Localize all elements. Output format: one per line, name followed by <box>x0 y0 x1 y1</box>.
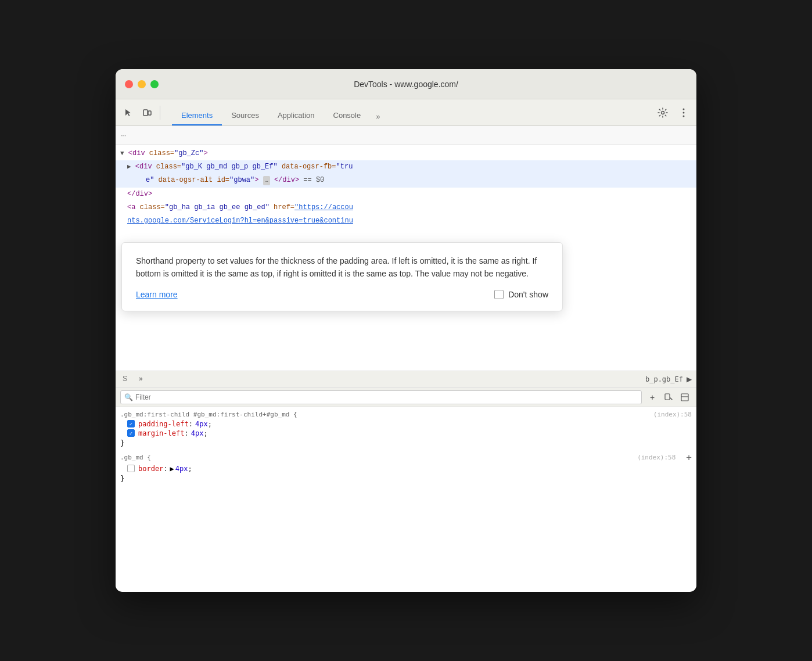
styles-filter-row: 🔍 + <box>116 388 696 407</box>
tab-application[interactable]: Application <box>268 106 324 125</box>
css-line-num-2: (index):58 <box>637 454 677 461</box>
tab-bar: Elements Sources Application Console » <box>116 99 696 126</box>
styles-breadcrumb[interactable]: b_p.gb_Ef <box>645 375 683 383</box>
devtools-window: DevTools - www.google.com/ Elements <box>116 69 696 592</box>
tabs-container: Elements Sources Application Console » <box>172 106 655 125</box>
styles-tabs-row: S » b_p.gb_Ef ▶ <box>116 371 696 388</box>
svg-point-5 <box>683 116 685 117</box>
tab-elements[interactable]: Elements <box>172 106 222 125</box>
device-icon[interactable] <box>139 105 155 121</box>
styles-tab-styles[interactable]: S <box>116 371 134 387</box>
html-line-3[interactable]: e" data-ogsr-alt id="gbwa"> … </div> == … <box>116 174 696 187</box>
learn-more-link[interactable]: Learn more <box>136 290 178 299</box>
main-content: ··· ▼ <div class="gb_Zc"> ▶ <div class="… <box>116 126 696 592</box>
close-button[interactable] <box>125 80 133 88</box>
tab-more-button[interactable]: » <box>370 107 386 125</box>
border-checkbox[interactable] <box>127 465 135 472</box>
ellipsis-content[interactable]: … <box>263 176 270 185</box>
css-selector-2: .gb_md { <box>116 452 156 462</box>
html-line-1: ▼ <div class="gb_Zc"> <box>116 147 696 160</box>
maximize-button[interactable] <box>150 80 159 88</box>
padding-left-checkbox[interactable] <box>127 420 135 428</box>
collapse-arrow-2[interactable]: ▶ <box>127 163 131 170</box>
svg-point-3 <box>683 109 685 110</box>
css-close-brace-1: } <box>116 438 696 448</box>
svg-rect-1 <box>148 111 151 115</box>
tab-bar-tools <box>120 105 172 125</box>
css-rule-1: .gb_md:first-child #gb_md:first-child+#g… <box>116 409 696 419</box>
styles-section: S » b_p.gb_Ef ▶ 🔍 + <box>116 371 696 592</box>
html-line-4: </div> <box>116 188 696 201</box>
svg-point-2 <box>662 112 664 114</box>
add-style-button[interactable]: + <box>681 451 696 464</box>
tooltip-description: Shorthand property to set values for the… <box>136 254 548 281</box>
css-property-margin-left: margin-left : 4px ; <box>116 429 696 438</box>
css-line-num-1: (index):58 <box>653 411 696 418</box>
css-selector-1: .gb_md:first-child #gb_md:first-child+#g… <box>116 409 302 419</box>
styles-tab-more[interactable]: » <box>134 371 148 387</box>
dont-show-label: Don't show <box>508 290 548 299</box>
cursor-icon[interactable] <box>120 105 136 121</box>
styles-breadcrumb-arrow[interactable]: ▶ <box>687 375 692 383</box>
traffic-lights <box>125 80 159 88</box>
styles-breadcrumb-area: b_p.gb_Ef ▶ <box>645 375 696 383</box>
svg-rect-7 <box>681 394 688 401</box>
inspect-icon[interactable] <box>662 390 676 404</box>
css-rule-2-right: (index):58 + <box>637 451 696 464</box>
styles-tabs: S » <box>116 371 148 387</box>
border-arrow-icon[interactable]: ▶ <box>170 465 174 473</box>
svg-rect-0 <box>143 110 148 116</box>
breadcrumb-bar: ··· <box>116 126 696 145</box>
css-close-brace-2: } <box>116 473 696 484</box>
tooltip-popup: Shorthand property to set values for the… <box>121 242 563 311</box>
html-line-5: <a class="gb_ha gb_ia gb_ee gb_ed" href=… <box>116 201 696 214</box>
new-style-rule-button[interactable]: + <box>645 390 659 404</box>
title-bar: DevTools - www.google.com/ <box>116 69 696 99</box>
collapse-arrow-1[interactable]: ▼ <box>120 150 124 157</box>
tooltip-footer: Learn more Don't show <box>136 290 548 299</box>
breadcrumb-ellipsis: ··· <box>120 131 126 139</box>
minimize-button[interactable] <box>138 80 146 88</box>
css-rule-2: .gb_md { (index):58 + <box>116 451 696 464</box>
margin-left-checkbox[interactable] <box>127 429 135 437</box>
styles-filter-input[interactable] <box>135 393 638 401</box>
css-property-border: border : ▶ 4px ; <box>116 464 696 473</box>
html-line-6: nts.google.com/ServiceLogin?hl=en&passiv… <box>116 214 696 228</box>
window-title: DevTools - www.google.com/ <box>354 80 458 89</box>
filter-input-container: 🔍 <box>120 390 642 404</box>
more-options-icon[interactable] <box>676 105 692 121</box>
tab-sources[interactable]: Sources <box>222 106 268 125</box>
dont-show-container: Don't show <box>494 290 548 299</box>
svg-point-4 <box>683 112 685 114</box>
css-rules-content: .gb_md:first-child #gb_md:first-child+#g… <box>116 407 696 592</box>
styles-tool-buttons: + <box>645 390 692 404</box>
elements-panel: ··· ▼ <div class="gb_Zc"> ▶ <div class="… <box>116 126 696 592</box>
css-property-padding-left: padding-left : 4px ; <box>116 419 696 429</box>
svg-rect-6 <box>665 394 670 400</box>
tab-console[interactable]: Console <box>324 106 371 125</box>
filter-icon: 🔍 <box>124 393 133 401</box>
html-line-2[interactable]: ▶ <div class="gb_K gb_md gb_p gb_Ef" dat… <box>116 160 696 174</box>
dont-show-checkbox[interactable] <box>494 290 504 299</box>
settings-icon[interactable] <box>655 105 671 121</box>
tab-bar-right <box>655 105 692 125</box>
tab-divider <box>160 106 160 120</box>
toggle-panel-icon[interactable] <box>678 390 692 404</box>
